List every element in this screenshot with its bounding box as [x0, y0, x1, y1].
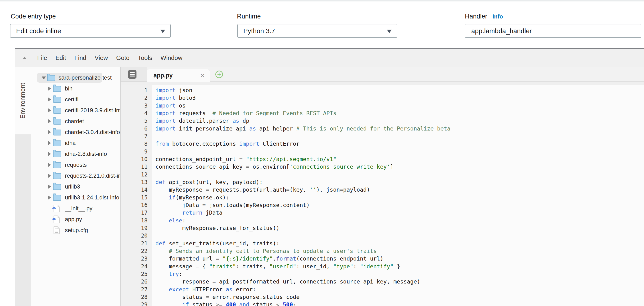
code-line[interactable]: if(myResponse.ok):: [156, 194, 229, 201]
expander-collapsed-icon[interactable]: [48, 86, 51, 91]
code-line[interactable]: import boto3: [156, 94, 196, 102]
code-line[interactable]: def set_user_traits(user_id, traits):: [156, 240, 280, 247]
code-line[interactable]: formatted_url = "{:s}/identify".format(c…: [156, 255, 383, 263]
tree-item-requests[interactable]: requests: [31, 159, 120, 170]
line-number[interactable]: 19: [141, 224, 148, 232]
line-number[interactable]: 18: [141, 217, 148, 224]
collapse-editor-icon[interactable]: [23, 57, 26, 59]
line-number[interactable]: 11: [141, 163, 148, 171]
line-number[interactable]: 20: [141, 232, 148, 240]
code-line[interactable]: myResponse = requests.post(url,auth=(key…: [156, 186, 370, 194]
tree-item-certifi-2019-3-9-dist-info[interactable]: certifi-2019.3.9.dist-info: [31, 105, 120, 116]
tree-item-urllib3-1-24-1-dist-info[interactable]: urllib3-1.24.1.dist-info: [31, 192, 120, 203]
line-number[interactable]: 3: [144, 102, 148, 109]
code-line[interactable]: if status >= 400 and status < 500:: [156, 301, 296, 306]
tree-item-label: idna-2.8.dist-info: [65, 151, 107, 157]
code-line[interactable]: import os: [156, 102, 186, 109]
code-line[interactable]: myResponse.raise_for_status(): [156, 224, 279, 232]
line-number[interactable]: 26: [141, 278, 148, 286]
runtime-select[interactable]: Python 3.7: [238, 24, 397, 38]
tree-item-app-py[interactable]: app.py: [31, 214, 120, 225]
line-number[interactable]: 9: [144, 148, 148, 155]
code-line[interactable]: except HTTPError as error:: [156, 286, 256, 293]
tab-list-icon[interactable]: [128, 70, 136, 79]
line-number[interactable]: 25: [141, 270, 148, 278]
code-line[interactable]: jData = json.loads(myResponse.content): [156, 201, 310, 209]
tree-item-idna-2-8-dist-info[interactable]: idna-2.8.dist-info: [31, 148, 120, 159]
line-number[interactable]: 29: [141, 301, 148, 306]
tree-item-setup-cfg[interactable]: setup.cfg: [31, 225, 120, 236]
line-number[interactable]: 10: [141, 155, 148, 163]
menu-item-tools[interactable]: Tools: [138, 54, 152, 62]
line-number[interactable]: 21: [141, 240, 148, 247]
line-number[interactable]: 2: [144, 94, 148, 102]
line-number[interactable]: 23: [141, 255, 148, 263]
tree-item-urllib3[interactable]: urllib3: [31, 181, 120, 192]
line-number[interactable]: 13: [141, 178, 148, 186]
line-number[interactable]: 6: [144, 125, 148, 132]
tab-environment[interactable]: Environment: [15, 67, 31, 135]
code-line[interactable]: message = { "traits": traits, "userId": …: [156, 263, 400, 270]
code-line[interactable]: try:: [156, 270, 182, 278]
tree-item-idna[interactable]: idna: [31, 138, 120, 148]
line-number[interactable]: 22: [141, 247, 148, 255]
code-line[interactable]: import dateutil.parser as dp: [156, 117, 249, 125]
line-number[interactable]: 28: [141, 293, 148, 301]
expander-collapsed-icon[interactable]: [48, 141, 51, 145]
tree-item-chardet[interactable]: chardet: [31, 116, 120, 127]
line-number[interactable]: 16: [141, 201, 148, 209]
code-entry-type-select[interactable]: Edit code inline: [10, 24, 170, 38]
line-number[interactable]: 4: [144, 109, 148, 117]
menu-item-edit[interactable]: Edit: [56, 54, 66, 62]
handler-input[interactable]: [465, 24, 641, 38]
expander-collapsed-icon[interactable]: [48, 130, 51, 134]
menu-item-goto[interactable]: Goto: [116, 54, 129, 62]
tree-item-chardet-3-0-4-dist-info[interactable]: chardet-3.0.4.dist-info: [31, 127, 120, 138]
code-line[interactable]: # Sends an identify call to Personas to …: [156, 247, 377, 255]
line-number[interactable]: 15: [141, 194, 148, 201]
code-line[interactable]: import requests # Needed for Segment Eve…: [156, 109, 336, 117]
line-number[interactable]: 27: [141, 286, 148, 293]
code-line[interactable]: connections_endpoint_url = "https://api.…: [156, 155, 336, 163]
code-line[interactable]: return jData: [156, 209, 222, 217]
expander-collapsed-icon[interactable]: [48, 97, 51, 102]
code-line[interactable]: import json: [156, 86, 192, 94]
handler-info-link[interactable]: Info: [492, 13, 503, 20]
menu-item-find[interactable]: Find: [74, 54, 86, 62]
new-tab-button[interactable]: +: [216, 71, 223, 78]
line-number[interactable]: 7: [144, 132, 148, 140]
tree-item-requests-2-21-0-dist-info[interactable]: requests-2.21.0.dist-info: [31, 170, 120, 181]
code-line[interactable]: status = error.response.status_code: [156, 293, 300, 301]
close-tab-icon[interactable]: ×: [200, 72, 205, 79]
menu-item-file[interactable]: File: [37, 54, 47, 62]
line-number[interactable]: 14: [141, 186, 148, 194]
expander-collapsed-icon[interactable]: [48, 174, 51, 178]
line-number[interactable]: 12: [141, 171, 148, 178]
line-number[interactable]: 1: [144, 86, 148, 94]
code-line[interactable]: def api_post(url, key, payload):: [156, 178, 263, 186]
tree-item-sara-personalize-test[interactable]: sara-personalize-test: [31, 72, 120, 83]
tree-item-certifi[interactable]: certifi: [31, 94, 120, 105]
expander-collapsed-icon[interactable]: [48, 108, 51, 112]
expander-collapsed-icon[interactable]: [48, 152, 51, 156]
expander-expanded-icon[interactable]: [42, 76, 46, 79]
menu-item-window[interactable]: Window: [160, 54, 182, 62]
line-number[interactable]: 17: [141, 209, 148, 217]
tab-app-py[interactable]: app.py ×: [147, 69, 210, 82]
code-line[interactable]: import init_personalize_api as api_helpe…: [156, 125, 450, 132]
tree-item-bin[interactable]: bin: [31, 83, 120, 94]
tree-item--init-py[interactable]: __init__.py: [31, 203, 120, 214]
line-number[interactable]: 8: [144, 140, 148, 148]
code-editor[interactable]: 1234567891011121314151617181920212223242…: [120, 85, 644, 306]
line-number[interactable]: 5: [144, 117, 148, 125]
code-line[interactable]: from botocore.exceptions import ClientEr…: [156, 140, 300, 148]
code-line[interactable]: connections_source_api_key = os.environ[…: [156, 163, 394, 171]
expander-collapsed-icon[interactable]: [48, 195, 51, 200]
expander-collapsed-icon[interactable]: [48, 163, 51, 167]
menu-item-view[interactable]: View: [94, 54, 108, 62]
code-line[interactable]: response = api_post(formatted_url, conne…: [156, 278, 420, 286]
code-line[interactable]: else:: [156, 217, 186, 224]
expander-collapsed-icon[interactable]: [48, 119, 51, 123]
line-number[interactable]: 24: [141, 263, 148, 270]
expander-collapsed-icon[interactable]: [48, 185, 51, 189]
